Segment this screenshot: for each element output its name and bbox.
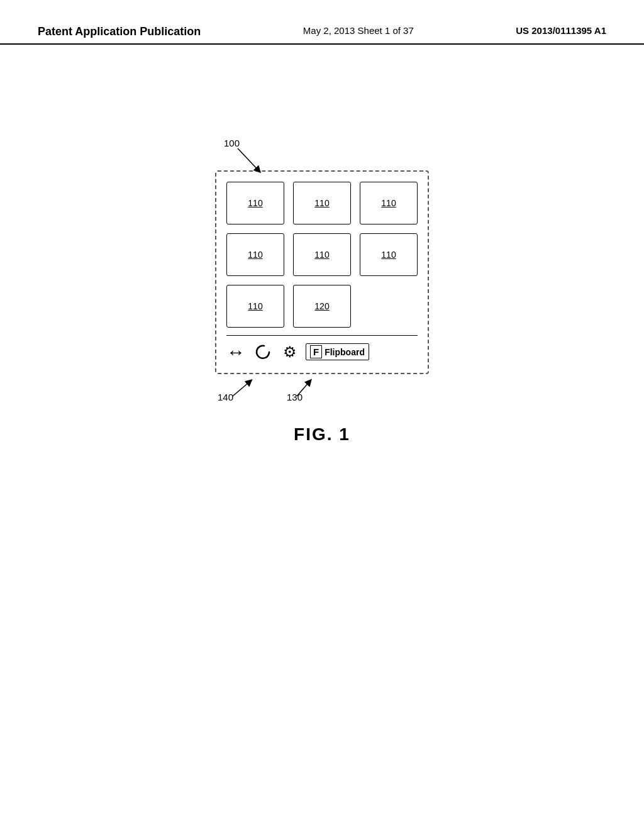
tile-label-3: 110: [381, 198, 396, 208]
flipboard-label: Flipboard: [325, 347, 365, 357]
dock-bar: ↔ ⚙ F Flipboard: [226, 335, 418, 363]
app-tile-8: 120: [293, 285, 351, 328]
diagram-wrapper: 100 110 110 110: [215, 170, 429, 406]
bottom-labels: 140 130: [215, 374, 429, 406]
patent-number: US 2013/0111395 A1: [516, 25, 606, 36]
tile-label-8: 120: [314, 301, 329, 311]
tile-label-5: 110: [314, 250, 329, 260]
figure-area: 100 110 110 110: [0, 170, 644, 445]
refresh-icon: ↔: [226, 343, 245, 362]
app-tile-5: 110: [293, 233, 351, 276]
app-grid-row1: 110 110 110 110 110 110: [226, 182, 418, 276]
tile-label-7: 110: [248, 301, 262, 311]
device-box: 110 110 110 110 110 110: [215, 170, 429, 374]
app-grid-row2: 110 120: [226, 285, 418, 328]
label-130-arrow: [272, 374, 366, 406]
flipboard-f-icon: F: [310, 345, 322, 358]
figure-caption: FIG. 1: [294, 424, 350, 445]
app-tile-2: 110: [293, 182, 351, 224]
app-tile-6: 110: [360, 233, 418, 276]
publication-title: Patent Application Publication: [38, 25, 201, 38]
app-tile-1: 110: [226, 182, 284, 224]
app-tile-7: 110: [226, 285, 284, 328]
tile-label-1: 110: [248, 198, 262, 208]
back-icon: [254, 342, 274, 362]
flipboard-button: F Flipboard: [306, 343, 369, 360]
tile-label-2: 110: [314, 198, 329, 208]
tile-label-6: 110: [381, 250, 396, 260]
label-140: 140: [218, 392, 233, 402]
svg-line-1: [233, 382, 250, 396]
app-tile-empty: [360, 285, 418, 328]
label-100: 100: [224, 138, 240, 148]
sheet-info: May 2, 2013 Sheet 1 of 37: [303, 25, 414, 36]
page-header: Patent Application Publication May 2, 20…: [0, 0, 644, 45]
label-140-arrow: [215, 374, 341, 406]
app-tile-4: 110: [226, 233, 284, 276]
gear-icon: ⚙: [283, 345, 297, 360]
svg-line-0: [238, 148, 258, 170]
label-130: 130: [287, 392, 303, 402]
tile-label-4: 110: [248, 250, 262, 260]
app-tile-3: 110: [360, 182, 418, 224]
